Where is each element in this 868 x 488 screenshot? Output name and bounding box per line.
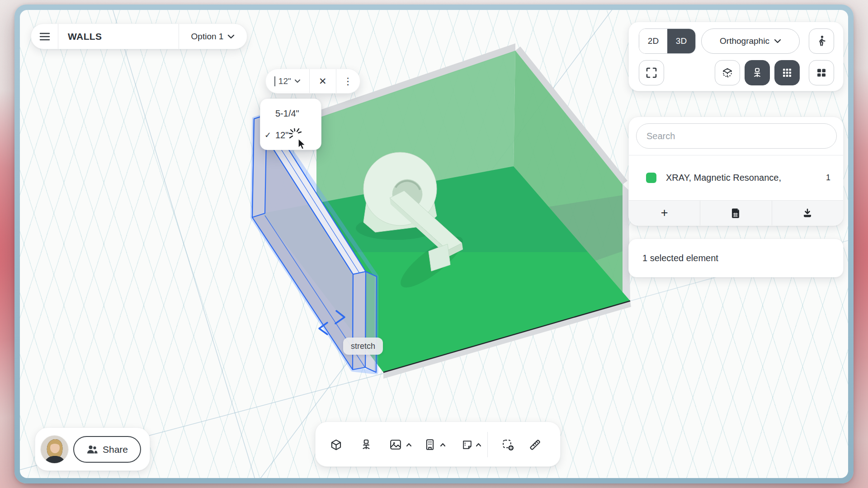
chevron-up-icon — [476, 443, 481, 447]
main-menu-button[interactable] — [31, 24, 58, 49]
text-caret — [274, 76, 275, 86]
view-mode-toggle[interactable]: 2D 3D — [639, 28, 696, 54]
share-button-label: Share — [103, 444, 128, 455]
download-icon — [802, 208, 813, 219]
menu-item-thickness-0[interactable]: 5-1/4" — [260, 103, 321, 124]
note-menu-expander[interactable] — [475, 442, 481, 447]
layer-color-swatch — [646, 173, 656, 183]
schedule-button[interactable] — [700, 201, 771, 225]
avatar[interactable] — [40, 435, 69, 464]
building-icon — [425, 439, 435, 450]
grid-visibility-button[interactable] — [774, 60, 800, 85]
chevron-down-icon — [774, 39, 781, 43]
view-controls-panel: 2D 3D Orthographic — [628, 22, 844, 91]
spreadsheet-icon — [731, 208, 741, 219]
toolbar-divider — [487, 432, 488, 457]
mode-3d-button[interactable]: 3D — [667, 29, 695, 53]
projection-dropdown[interactable]: Orthographic — [701, 28, 800, 54]
image-menu-expander[interactable] — [406, 442, 412, 447]
furniture-visibility-button[interactable] — [745, 60, 770, 85]
furniture-icon — [752, 67, 763, 78]
wall-thickness-value: 12" — [278, 76, 291, 86]
menu-item-thickness-1[interactable]: ✓ 12" — [260, 124, 321, 146]
insert-image-button[interactable] — [388, 437, 403, 452]
cube-icon — [330, 439, 342, 451]
wall-thickness-input[interactable]: 12" — [266, 69, 309, 93]
layout-panels-button[interactable] — [809, 60, 834, 85]
presence-card: Share — [35, 427, 150, 471]
grid-icon — [782, 67, 793, 78]
insert-furniture-button[interactable] — [359, 437, 373, 452]
fullscreen-button[interactable] — [639, 60, 664, 85]
project-toolbar: WALLS Option 1 — [31, 23, 247, 49]
page-title: WALLS — [58, 24, 179, 49]
chevron-down-icon — [227, 34, 235, 39]
wall-property-toolbar: 12" ✕ ⋮ — [265, 69, 360, 94]
xray-view-button[interactable] — [715, 60, 740, 85]
selected-wall-near-cap[interactable] — [353, 272, 366, 370]
viewport-canvas[interactable]: stretch WALLS Option 1 12" — [20, 10, 848, 478]
projection-label: Orthographic — [720, 36, 769, 46]
building-menu-expander[interactable] — [439, 442, 446, 447]
menu-item-label: 5-1/4" — [260, 108, 299, 119]
xray-cube-icon — [722, 67, 733, 79]
layers-panel-footer: + — [629, 200, 843, 225]
chevron-up-icon — [406, 443, 412, 447]
layer-count: 1 — [826, 173, 830, 183]
close-icon: ✕ — [319, 76, 327, 87]
insert-note-button[interactable] — [460, 437, 474, 452]
more-options-button[interactable]: ⋮ — [336, 69, 360, 93]
insert-toolbar — [315, 422, 561, 467]
note-icon — [462, 439, 473, 450]
search-section — [629, 117, 843, 155]
chair-icon — [360, 439, 372, 450]
menu-icon — [39, 33, 50, 41]
close-button[interactable]: ✕ — [310, 69, 335, 93]
add-layer-button[interactable]: + — [629, 201, 700, 225]
insert-volume-button[interactable] — [329, 437, 343, 452]
selection-status-card: 1 selected element — [628, 239, 844, 277]
selection-status-text: 1 selected element — [642, 253, 718, 263]
export-button[interactable] — [772, 201, 843, 225]
layers-panel: XRAY, Magnetic Resonance, 1 + — [628, 117, 844, 226]
menu-item-label: 12" — [275, 130, 288, 141]
search-input[interactable] — [636, 123, 837, 149]
chevron-up-icon — [440, 443, 446, 447]
avatar-photo — [41, 436, 69, 464]
chevron-down-icon — [294, 79, 301, 83]
option-dropdown[interactable]: Option 1 — [179, 24, 247, 49]
plus-icon: + — [661, 207, 668, 219]
people-icon — [86, 445, 98, 455]
mode-2d-button[interactable]: 2D — [639, 29, 667, 53]
measure-tool[interactable] — [528, 437, 542, 452]
image-icon — [390, 439, 401, 450]
fullscreen-icon — [646, 67, 657, 78]
layer-label: XRAY, Magnetic Resonance, — [666, 173, 826, 183]
layer-list-item[interactable]: XRAY, Magnetic Resonance, 1 — [629, 155, 843, 200]
check-icon: ✓ — [260, 130, 275, 140]
ruler-icon — [529, 439, 541, 451]
layout-icon — [816, 67, 827, 78]
stretch-tooltip-label: stretch — [351, 342, 375, 351]
selection-add-tool[interactable] — [500, 437, 515, 452]
walkthrough-button[interactable] — [809, 28, 834, 54]
walk-icon — [816, 35, 827, 47]
share-button[interactable]: Share — [73, 436, 141, 463]
select-add-icon — [502, 439, 514, 451]
stretch-tooltip: stretch — [343, 338, 383, 355]
selected-wall-inner-edge — [365, 272, 377, 372]
option-dropdown-label: Option 1 — [191, 32, 224, 42]
app-window: stretch WALLS Option 1 12" — [14, 5, 854, 483]
thickness-dropdown-menu: 5-1/4" ✓ 12" — [260, 99, 321, 150]
kebab-icon: ⋮ — [343, 76, 353, 87]
insert-building-button[interactable] — [423, 437, 437, 452]
